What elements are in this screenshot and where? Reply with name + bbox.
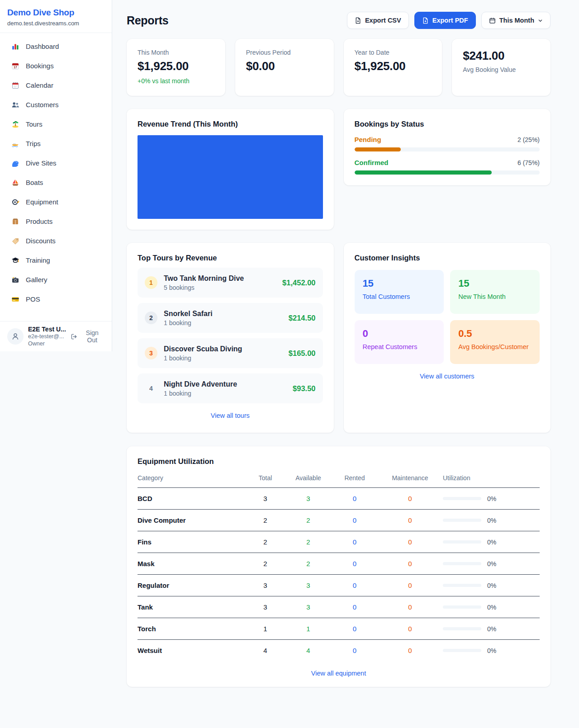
utilization-bar (443, 627, 481, 630)
sidebar-item-training[interactable]: Training (6, 251, 105, 270)
diving-mask-icon (11, 198, 19, 206)
utilization-bar (443, 605, 481, 609)
sidebar-item-dive-sites[interactable]: Dive Sites (6, 153, 105, 173)
sidebar-item-customers[interactable]: Customers (6, 95, 105, 114)
tag-icon (11, 236, 19, 245)
tour-row: 2 Snorkel Safari 1 booking $214.50 (138, 303, 323, 333)
table-header-row: Category Total Available Rented Maintena… (138, 474, 540, 488)
sidebar-item-label: Customers (26, 101, 59, 109)
status-bar-track (355, 170, 540, 175)
stat-card-avg-booking-value: $241.00 Avg Booking Value (452, 39, 551, 96)
page-title: Reports (127, 14, 168, 27)
status-bar-fill (355, 147, 401, 151)
view-all-customers-link[interactable]: View all customers (355, 373, 540, 380)
table-row: Dive Computer 2 2 0 0 0% (138, 510, 540, 531)
table-row: Tank 3 3 0 0 0% (138, 596, 540, 618)
view-all-equipment-link[interactable]: View all equipment (138, 670, 540, 677)
sidebar-item-gallery[interactable]: Gallery (6, 270, 105, 289)
calendar-date-icon: 17 (11, 61, 19, 70)
chevron-down-icon (538, 18, 543, 23)
shop-title: Demo Dive Shop (7, 8, 104, 18)
file-icon (355, 17, 361, 24)
sidebar-item-label: Trips (26, 140, 41, 147)
export-csv-button[interactable]: Export CSV (347, 12, 409, 29)
credit-card-icon (11, 295, 19, 303)
sidebar-item-calendar[interactable]: Calendar (6, 76, 105, 95)
equipment-table: Category Total Available Rented Maintena… (138, 474, 540, 661)
top-tours-title: Top Tours by Revenue (138, 254, 323, 262)
user-info: E2E Test U... e2e-tester@... Owner (28, 326, 66, 348)
sidebar-item-label: Equipment (26, 198, 58, 206)
utilization-bar (443, 519, 481, 522)
rank-badge: 3 (145, 347, 157, 359)
sidebar-item-pos[interactable]: POS (6, 289, 105, 309)
graduation-cap-icon (11, 256, 19, 265)
tile-total-customers: 15 Total Customers (355, 270, 444, 314)
sidebar-header: Demo Dive Shop demo.test.divestreams.com (0, 0, 112, 33)
sidebar-item-boats[interactable]: Boats (6, 173, 105, 192)
tour-row: 3 Discover Scuba Diving 1 booking $165.0… (138, 338, 323, 368)
user-email: e2e-tester@... (28, 333, 66, 340)
sailboat-icon (11, 178, 19, 187)
stat-card-previous-period: Previous Period $0.00 (235, 39, 334, 96)
rank-badge: 4 (145, 382, 157, 395)
people-icon (11, 100, 19, 109)
bar-chart-icon (11, 42, 19, 51)
table-row: BCD 3 3 0 0 0% (138, 488, 540, 510)
header-actions: Export CSV Export PDF This Month (347, 12, 551, 29)
revenue-trend-chart (138, 135, 323, 219)
top-tours-card: Top Tours by Revenue 1 Two Tank Morning … (127, 243, 334, 433)
equipment-utilization-title: Equipment Utilization (138, 457, 540, 466)
utilization-bar (443, 562, 481, 565)
bookings-status-title: Bookings by Status (355, 120, 540, 128)
insights-row: Top Tours by Revenue 1 Two Tank Morning … (127, 243, 551, 433)
revenue-trend-title: Revenue Trend (This Month) (138, 120, 323, 128)
tile-new-this-month: 15 New This Month (450, 270, 540, 314)
sidebar-item-trips[interactable]: Trips (6, 134, 105, 153)
sidebar-item-products[interactable]: Products (6, 212, 105, 231)
rank-badge: 2 (145, 312, 157, 324)
sidebar-item-equipment[interactable]: Equipment (6, 192, 105, 212)
sidebar-item-label: Boats (26, 179, 43, 186)
main-content: Reports Export CSV Export PDF This Month… (112, 0, 579, 705)
sidebar-user-footer: E2E Test U... e2e-tester@... Owner Sign … (0, 321, 112, 351)
sidebar-item-dashboard[interactable]: Dashboard (6, 37, 105, 56)
user-role: Owner (28, 340, 66, 348)
sidebar-item-label: Calendar (26, 81, 53, 89)
status-row-confirmed: Confirmed 6 (75%) (355, 159, 540, 175)
tile-avg-bookings-per-customer: 0.5 Avg Bookings/Customer (450, 320, 540, 364)
period-dropdown[interactable]: This Month (481, 12, 551, 29)
sidebar-item-label: Dashboard (26, 43, 59, 50)
sidebar-item-tours[interactable]: Tours (6, 114, 105, 134)
stat-card-this-month: This Month $1,925.00 +0% vs last month (127, 39, 225, 96)
status-bar-fill (355, 170, 492, 175)
sign-out-button[interactable]: Sign Out (71, 329, 104, 344)
sidebar-nav: Dashboard 17 Bookings Calendar Customers… (0, 33, 112, 309)
spiral-calendar-icon (11, 81, 19, 90)
rank-badge: 1 (145, 276, 157, 289)
equipment-utilization-card: Equipment Utilization Category Total Ava… (127, 446, 551, 687)
camera-icon (11, 275, 19, 284)
sidebar-item-label: POS (26, 295, 40, 303)
sidebar-item-bookings[interactable]: 17 Bookings (6, 56, 105, 76)
table-row: Mask 2 2 0 0 0% (138, 553, 540, 575)
period-value: This Month (499, 17, 534, 24)
stat-delta: +0% vs last month (138, 77, 214, 85)
page-header: Reports Export CSV Export PDF This Month (127, 0, 551, 39)
sidebar-item-label: Training (26, 256, 50, 264)
export-pdf-button[interactable]: Export PDF (414, 12, 476, 29)
table-row: Fins 2 2 0 0 0% (138, 531, 540, 553)
view-all-tours-link[interactable]: View all tours (138, 412, 323, 419)
table-row: Wetsuit 4 4 0 0 0% (138, 640, 540, 662)
package-icon (11, 217, 19, 226)
person-icon (11, 332, 20, 341)
sidebar: Demo Dive Shop demo.test.divestreams.com… (0, 0, 112, 351)
sidebar-item-label: Tours (26, 120, 43, 128)
sign-out-icon (71, 333, 77, 340)
island-icon (11, 120, 19, 128)
table-row: Regulator 3 3 0 0 0% (138, 575, 540, 596)
sidebar-item-discounts[interactable]: Discounts (6, 231, 105, 251)
bookings-status-card: Bookings by Status Pending 2 (25%) Confi… (344, 109, 551, 185)
tile-repeat-customers: 0 Repeat Customers (355, 320, 444, 364)
customer-insights-card: Customer Insights 15 Total Customers 15 … (344, 243, 551, 433)
